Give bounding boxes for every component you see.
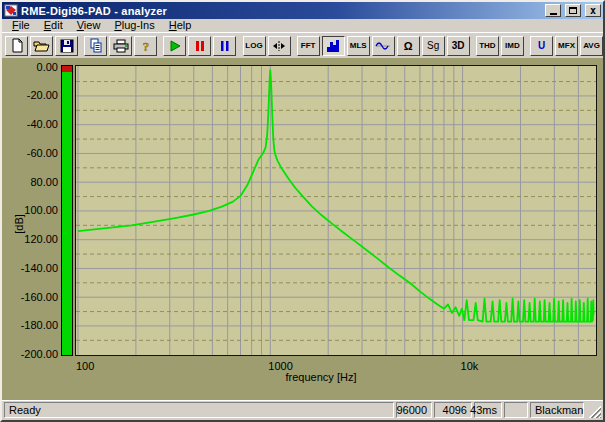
toolbar-separator — [159, 36, 161, 56]
pause-button[interactable] — [188, 36, 211, 56]
thd-button[interactable]: THD — [476, 36, 499, 56]
status-bar: Ready 96000 4096 43ms Blackman — [2, 400, 603, 420]
menu-view[interactable]: View — [71, 19, 107, 32]
y-tick-label: -40.00 — [2, 118, 58, 130]
scale-fit-button[interactable] — [268, 36, 291, 56]
toolbar: ? LOG — [2, 32, 603, 58]
toolbar-separator — [80, 36, 82, 56]
y-tick-label: 120.00 — [2, 233, 58, 245]
open-icon — [33, 39, 50, 52]
title-bar: RME-Digi96-PAD - analyzer x — [2, 2, 603, 19]
spectrum-plot — [76, 66, 596, 355]
spectrum-curve — [78, 70, 594, 322]
new-icon — [10, 38, 24, 53]
print-button[interactable] — [109, 36, 132, 56]
y-tick-label: -160.00 — [2, 291, 58, 303]
mfx-button[interactable]: MFX — [555, 36, 578, 56]
y-tick-label: 0.00 — [2, 61, 58, 73]
y-tick-label: -200.00 — [2, 348, 58, 360]
fft-button[interactable]: FFT — [297, 36, 320, 56]
x-tick-label: 10k — [461, 360, 479, 372]
level-meter-peak — [62, 66, 72, 72]
y-tick-label: 100.00 — [2, 204, 58, 216]
toolbar-separator — [238, 36, 240, 56]
x-axis-title: frequency [Hz] — [60, 371, 582, 383]
open-button[interactable] — [30, 36, 53, 56]
chart-client-area: [dB] frequency [Hz] 0.00-20.00-40.00-60.… — [2, 58, 603, 400]
scale-icon — [272, 40, 286, 52]
menu-edit[interactable]: Edit — [38, 19, 69, 32]
copy-icon — [89, 38, 103, 53]
x-tick-label: 1000 — [268, 360, 292, 372]
save-icon — [60, 39, 74, 53]
unit-button[interactable]: U — [530, 36, 553, 56]
play-icon — [169, 40, 181, 52]
close-button[interactable]: x — [585, 4, 601, 17]
minimize-icon — [550, 13, 557, 15]
save-button[interactable] — [55, 36, 78, 56]
copy-button[interactable] — [84, 36, 107, 56]
log-scale-button[interactable]: LOG — [243, 36, 266, 56]
spectrum-button[interactable] — [322, 36, 345, 56]
menu-file[interactable]: File — [6, 19, 36, 32]
spectrum-bars-icon — [326, 39, 340, 53]
maximize-button[interactable] — [565, 4, 581, 17]
status-samplerate: 96000 — [396, 402, 432, 418]
toolbar-separator — [472, 36, 474, 56]
y-tick-label: -60.00 — [2, 147, 58, 159]
x-tick-label: 100 — [76, 360, 94, 372]
plot-area[interactable] — [75, 65, 597, 356]
menu-help[interactable]: Help — [163, 19, 198, 32]
scope-button[interactable] — [372, 36, 395, 56]
maximize-icon — [569, 7, 577, 14]
new-button[interactable] — [5, 36, 28, 56]
pause-icon — [195, 40, 205, 52]
print-icon — [113, 39, 129, 53]
app-icon — [4, 4, 18, 17]
impedance-button[interactable]: Ω — [397, 36, 420, 56]
scope-sine-icon — [375, 40, 391, 52]
menu-bar: File Edit View Plug-Ins Help — [2, 19, 603, 32]
y-tick-label: -20.00 — [2, 89, 58, 101]
level-meter — [61, 65, 73, 356]
status-window-function: Blackman — [530, 402, 584, 418]
status-empty-panel — [504, 402, 528, 418]
toolbar-separator — [526, 36, 528, 56]
menu-plugins[interactable]: Plug-Ins — [108, 19, 160, 32]
mls-button[interactable]: MLS — [347, 36, 370, 56]
y-tick-label: -140.00 — [2, 262, 58, 274]
stop-button[interactable] — [213, 36, 236, 56]
y-tick-label: -180.00 — [2, 319, 58, 331]
minimize-button[interactable] — [545, 4, 561, 17]
window-title: RME-Digi96-PAD - analyzer — [21, 5, 542, 17]
close-icon: x — [590, 6, 596, 16]
y-tick-label: 80.00 — [2, 176, 58, 188]
toolbar-separator — [293, 36, 295, 56]
play-button[interactable] — [163, 36, 186, 56]
threed-button[interactable]: 3D — [447, 36, 470, 56]
help-icon: ? — [140, 39, 152, 53]
signal-generator-button[interactable]: Sg — [422, 36, 445, 56]
app-window: RME-Digi96-PAD - analyzer x File Edit Vi… — [0, 0, 605, 422]
help-button[interactable]: ? — [134, 36, 157, 56]
avg-button[interactable]: AVG — [580, 36, 603, 56]
status-fft-size: 4096 — [434, 402, 472, 418]
svg-text:?: ? — [142, 39, 149, 53]
resize-grip[interactable] — [588, 405, 601, 418]
imd-button[interactable]: IMD — [501, 36, 524, 56]
status-message: Ready — [4, 402, 394, 418]
status-latency: 43ms — [474, 402, 502, 418]
stop-icon — [220, 40, 230, 52]
